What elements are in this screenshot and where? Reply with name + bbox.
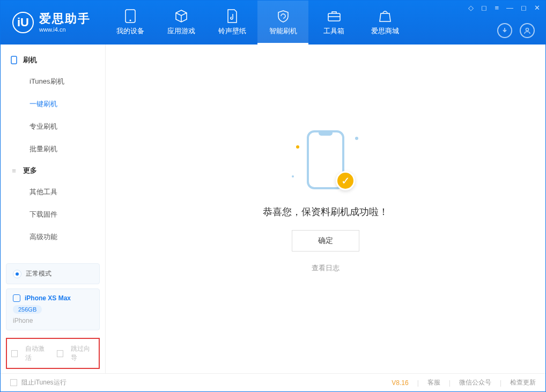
skip-guide-checkbox[interactable] xyxy=(57,350,63,357)
svg-rect-4 xyxy=(11,56,17,64)
ok-button[interactable]: 确定 xyxy=(292,230,359,252)
tab-store[interactable]: 爱思商城 xyxy=(359,1,410,45)
download-manager-button[interactable] xyxy=(497,23,512,38)
success-message: 恭喜您，保资料刷机成功啦！ xyxy=(263,205,388,218)
brand-url: www.i4.cn xyxy=(39,26,91,33)
sidebar-group-more: ≡ 更多 xyxy=(1,160,105,181)
app-window: iU 爱思助手 www.i4.cn 我的设备 应用游戏 铃声壁纸 智能刷机 xyxy=(0,0,546,392)
support-link[interactable]: 客服 xyxy=(427,378,440,387)
sidebar-item-onekey-flash[interactable]: 一键刷机 xyxy=(1,93,105,115)
wechat-link[interactable]: 微信公众号 xyxy=(459,378,491,387)
logo: iU 爱思助手 www.i4.cn xyxy=(1,12,100,33)
svg-point-1 xyxy=(129,20,131,21)
sidebar-item-batch-flash[interactable]: 批量刷机 xyxy=(1,138,105,160)
refresh-shield-icon xyxy=(276,9,290,23)
tab-my-device[interactable]: 我的设备 xyxy=(105,1,156,45)
device-name: iPhone XS Max xyxy=(25,294,71,302)
tab-label: 应用游戏 xyxy=(167,26,195,36)
check-update-link[interactable]: 检查更新 xyxy=(510,378,536,387)
group-label: 更多 xyxy=(23,166,37,175)
close-button[interactable]: ✕ xyxy=(534,4,540,12)
tab-label: 智能刷机 xyxy=(269,26,297,36)
tab-apps-games[interactable]: 应用游戏 xyxy=(156,1,206,45)
sidebar-item-advanced[interactable]: 高级功能 xyxy=(1,226,105,248)
tab-label: 工具箱 xyxy=(323,26,344,36)
device-mode-panel[interactable]: 正常模式 xyxy=(6,263,100,284)
version-label: V8.16 xyxy=(392,379,408,387)
sidebar-group-flash: 刷机 xyxy=(1,50,105,70)
toolbox-icon xyxy=(327,9,341,23)
status-dot-icon xyxy=(13,270,21,278)
tab-label: 我的设备 xyxy=(116,26,144,36)
view-log-link[interactable]: 查看日志 xyxy=(312,263,340,273)
cube-icon xyxy=(174,9,188,23)
device-mode: 正常模式 xyxy=(26,269,51,278)
group-label: 刷机 xyxy=(23,55,37,65)
svg-rect-2 xyxy=(328,13,340,21)
skip-guide-label: 跳过向导 xyxy=(71,344,94,363)
sidebar-item-itunes-flash[interactable]: iTunes刷机 xyxy=(1,70,105,93)
tab-toolbox[interactable]: 工具箱 xyxy=(308,1,359,45)
device-icon xyxy=(13,294,20,302)
check-icon: ✓ xyxy=(336,171,355,190)
titlebar: iU 爱思助手 www.i4.cn 我的设备 应用游戏 铃声壁纸 智能刷机 xyxy=(1,1,545,45)
tab-label: 爱思商城 xyxy=(371,26,399,36)
auto-activate-label: 自动激活 xyxy=(25,344,49,363)
storage-badge: 256GB xyxy=(13,305,42,314)
tab-label: 铃声壁纸 xyxy=(218,26,246,36)
main-tabs: 我的设备 应用游戏 铃声壁纸 智能刷机 工具箱 爱思商城 xyxy=(105,1,410,45)
block-itunes-checkbox[interactable] xyxy=(10,379,17,386)
phone-icon xyxy=(10,56,18,64)
tab-ringtone-wallpaper[interactable]: 铃声壁纸 xyxy=(206,1,257,45)
menu-icon[interactable]: ≡ xyxy=(495,4,499,12)
auto-activate-checkbox[interactable] xyxy=(11,350,18,357)
sidebar-item-other-tools[interactable]: 其他工具 xyxy=(1,181,105,203)
brand-name: 爱思助手 xyxy=(39,12,91,26)
statusbar: 阻止iTunes运行 V8.16 | 客服 | 微信公众号 | 检查更新 xyxy=(1,373,545,391)
sidebar-item-download-firmware[interactable]: 下载固件 xyxy=(1,203,105,226)
logo-icon: iU xyxy=(12,12,34,33)
music-file-icon xyxy=(225,9,239,23)
list-icon: ≡ xyxy=(10,167,18,174)
main-content: ✓ 恭喜您，保资料刷机成功啦！ 确定 查看日志 xyxy=(106,45,545,373)
sidebar: 刷机 iTunes刷机 一键刷机 专业刷机 批量刷机 ≡ 更多 其他工具 下载固… xyxy=(1,45,106,373)
bag-icon xyxy=(378,9,392,23)
svg-point-3 xyxy=(526,28,529,31)
maximize-button[interactable]: ◻ xyxy=(521,4,527,12)
tab-smart-flash[interactable]: 智能刷机 xyxy=(257,1,308,45)
success-illustration: ✓ xyxy=(291,124,360,194)
minimize-button[interactable]: — xyxy=(506,4,513,12)
device-info-panel[interactable]: iPhone XS Max 256GB iPhone xyxy=(6,289,100,330)
options-highlight: 自动激活 跳过向导 xyxy=(6,338,100,369)
user-account-button[interactable] xyxy=(520,23,535,38)
device-type: iPhone xyxy=(13,317,93,324)
block-itunes-label: 阻止iTunes运行 xyxy=(21,378,67,387)
sidebar-item-pro-flash[interactable]: 专业刷机 xyxy=(1,115,105,138)
device-icon xyxy=(123,9,137,23)
sidebar-nav: 刷机 iTunes刷机 一键刷机 专业刷机 批量刷机 ≡ 更多 其他工具 下载固… xyxy=(1,45,105,259)
body: 刷机 iTunes刷机 一键刷机 专业刷机 批量刷机 ≡ 更多 其他工具 下载固… xyxy=(1,45,545,373)
skin-icon[interactable]: ◇ xyxy=(468,4,474,12)
window-controls: ◇ ◻ ≡ — ◻ ✕ xyxy=(468,4,540,12)
feedback-icon[interactable]: ◻ xyxy=(481,4,487,12)
